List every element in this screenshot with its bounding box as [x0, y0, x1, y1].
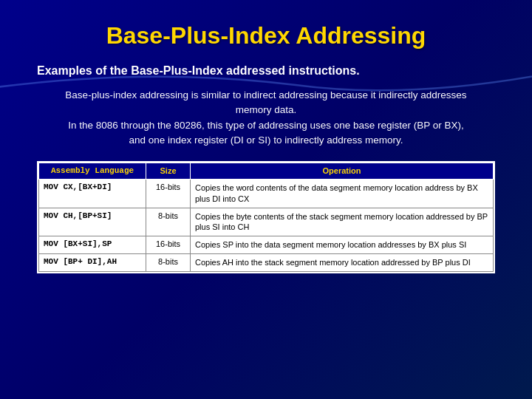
table-row: MOV [BP+ DI],AH8-bitsCopies AH into the …	[39, 254, 494, 272]
cell-asm-3: MOV [BP+ DI],AH	[39, 254, 146, 272]
cell-asm-1: MOV CH,[BP+SI]	[39, 208, 146, 236]
cell-asm-0: MOV CX,[BX+DI]	[39, 179, 146, 208]
cell-asm-2: MOV [BX+SI],SP	[39, 236, 146, 254]
cell-op-0: Copies the word contents of the data seg…	[191, 179, 494, 208]
table-row: MOV CH,[BP+SI]8-bitsCopies the byte cont…	[39, 208, 494, 236]
cell-size-0: 16-bits	[146, 179, 191, 208]
instruction-table-wrapper: Assembly Language Size Operation MOV CX,…	[37, 161, 495, 273]
cell-size-1: 8-bits	[146, 208, 191, 236]
cell-op-1: Copies the byte contents of the stack se…	[191, 208, 494, 236]
slide-title: Base-Plus-Index Addressing	[0, 22, 532, 50]
slide-background: Base-Plus-Index Addressing Examples of t…	[0, 0, 532, 399]
header-operation: Operation	[191, 163, 494, 180]
table-row: MOV CX,[BX+DI]16-bitsCopies the word con…	[39, 179, 494, 208]
table-row: MOV [BX+SI],SP16-bitsCopies SP into the …	[39, 236, 494, 254]
title-area: Base-Plus-Index Addressing	[0, 0, 532, 57]
header-size: Size	[146, 163, 191, 180]
cell-op-3: Copies AH into the stack segment memory …	[191, 254, 494, 272]
description: Base-plus-index addressing is similar to…	[0, 83, 532, 155]
cell-size-3: 8-bits	[146, 254, 191, 272]
instruction-table: Assembly Language Size Operation MOV CX,…	[38, 163, 494, 272]
subtitle: Examples of the Base-Plus-Index addresse…	[0, 57, 532, 83]
header-assembly: Assembly Language	[39, 163, 146, 180]
cell-size-2: 16-bits	[146, 236, 191, 254]
cell-op-2: Copies SP into the data segment memory l…	[191, 236, 494, 254]
